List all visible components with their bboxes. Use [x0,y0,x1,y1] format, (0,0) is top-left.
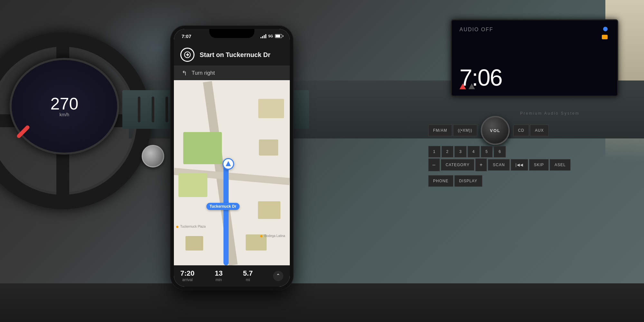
phone-button[interactable]: PHONE [428,175,453,187]
nav-instruction-bar[interactable]: Start on Tuckernuck Dr [174,43,290,66]
vent-slat [166,97,168,122]
bluetooth-indicator [603,27,608,31]
preset-5-button[interactable]: 5 [481,146,493,157]
map-route-line [223,164,229,265]
eta-minutes-label: min [216,278,222,282]
signal-bar-1 [260,37,261,38]
nav-direction-icon [180,48,194,62]
xm-button[interactable]: ((•XM)) [453,125,477,136]
signal-bar-3 [264,35,265,38]
status-indicator-orange [602,35,608,39]
location-arrow-inner [226,161,231,166]
alert-triangle-red [459,83,466,89]
status-icons: 5G [260,34,282,38]
preset-4-button[interactable]: 4 [468,146,480,157]
turn-right-text: Turn right [192,70,215,76]
nav-summary-bar: 7:20 arrival 13 min 5.7 mi [174,265,290,287]
map-block-3 [258,201,280,219]
vent-slat [152,97,154,122]
turn-right-icon: ↱ [182,69,187,77]
battery-fill [276,35,280,37]
aux-button[interactable]: AUX [530,125,549,136]
eta-minutes-stat: 13 min [215,270,223,282]
nav-expand-button[interactable] [273,271,283,281]
phone-mount-button [142,145,164,167]
phone-screen: 7:07 5G Sta [174,29,290,287]
skip-prev-button[interactable]: |◀◀ [511,159,528,171]
audio-panel: FM/AM ((•XM)) VOL CD AUX 1 2 3 4 5 6 – C… [428,116,634,187]
status-time: 7:07 [182,33,191,39]
phone-notch [209,29,254,38]
eta-minutes-value: 13 [215,270,223,277]
signal-bars [260,34,266,38]
gauge-cluster: 270 km/h [10,58,119,155]
preset-6-button[interactable]: 6 [494,146,506,157]
arrival-time-value: 7:20 [180,270,194,277]
preset-1-button[interactable]: 1 [428,146,440,157]
category-plus-button[interactable]: + [475,158,487,171]
signal-bar-2 [262,36,263,38]
map-block-4 [185,236,203,251]
signal-bar-4 [265,34,266,38]
preset-2-button[interactable]: 2 [441,146,454,157]
battery-icon [275,34,282,38]
audio-off-text: AUDIO OFF [459,27,493,33]
poi-label-1: Tuckernuck Plaza [176,225,206,228]
cd-button[interactable]: CD [513,125,529,136]
arrival-time-stat: 7:20 arrival [180,270,194,282]
vent-slat [138,97,140,122]
poi-dot-2 [260,235,262,237]
scan-button[interactable]: SCAN [488,159,509,171]
category-minus-button[interactable]: – [428,158,440,171]
alert-triangle-outline [469,83,475,89]
preset-3-button[interactable]: 3 [454,146,467,157]
5g-indicator: 5G [268,34,273,38]
map-block-2 [259,139,278,156]
poi-dot-1 [176,226,178,228]
map-block-green-large [183,132,222,164]
current-location-marker [223,158,234,170]
dashboard-bottom [0,283,644,322]
map-area[interactable]: Tuckernuck Dr Tuckernuck Plaza Bodega La… [174,80,290,265]
volume-knob[interactable]: VOL [481,116,510,145]
gauge-needle [16,125,30,139]
nav-instruction-text: Start on Tuckernuck Dr [200,51,270,59]
premium-audio-label: Premium Audio System [520,111,580,116]
speedometer: 270 km/h [51,95,79,117]
distance-stat: 5.7 mi [243,270,253,282]
category-label-button[interactable]: CATEGORY [441,159,474,171]
arrival-time-label: arrival [182,278,193,282]
speed-value: 270 [51,95,79,112]
map-block-green-small [178,173,207,197]
asel-button[interactable]: ASEL [550,159,571,171]
distance-value: 5.7 [243,270,253,277]
car-display-screen: AUDIO OFF 7:06 [451,19,618,97]
street-label: Tuckernuck Dr [206,203,240,210]
map-block-1 [258,99,284,118]
skip-button[interactable]: SKIP [529,159,549,171]
turn-right-bar: ↱ Turn right [174,66,290,80]
poi-label-2: Bodega Latina [260,234,285,238]
distance-label: mi [246,278,250,282]
display-button[interactable]: DISPLAY [454,175,482,187]
smartphone: 7:07 5G Sta [171,26,293,290]
fm-am-button[interactable]: FM/AM [428,125,452,136]
